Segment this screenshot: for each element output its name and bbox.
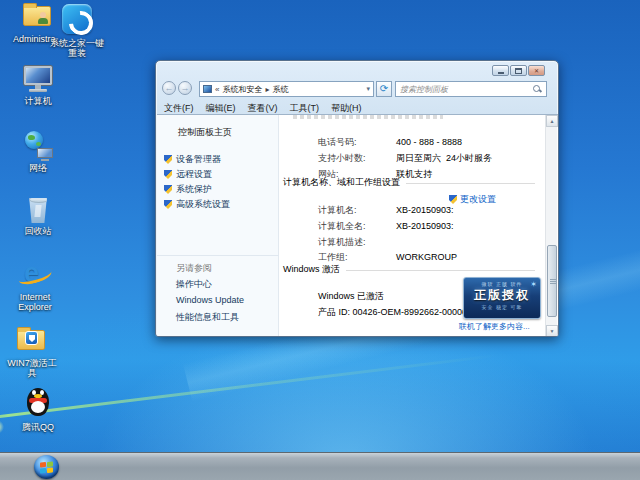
search-icon: [533, 85, 542, 94]
system-info-panel: 电话号码:400 - 888 - 8888 支持小时数:周日至周六 24小时服务…: [279, 115, 545, 336]
search-box[interactable]: [395, 81, 547, 97]
desktop-icon-label: Internet Explorer: [3, 292, 67, 312]
clipped-row-remnant: [293, 115, 443, 119]
system-control-panel-window: ✕ ← → « 系统和安全 ▸ 系统 ▾ ⟳ 文件(F) 编辑(E) 查看(V): [155, 60, 559, 337]
desktop-icon-internet-explorer[interactable]: e Internet Explorer: [3, 260, 67, 312]
desktop-icon-label: WIN7激活工具: [3, 358, 61, 378]
system-page-icon: [203, 85, 212, 93]
close-button[interactable]: ✕: [528, 65, 545, 76]
breadcrumb-separator-icon: ▸: [265, 85, 269, 94]
recycle-bin-icon: [27, 196, 49, 224]
change-settings[interactable]: 更改设置: [449, 193, 496, 206]
desktop-icon-label: 腾讯QQ: [3, 422, 73, 432]
uac-shield-icon: [164, 170, 172, 179]
vertical-scrollbar[interactable]: ▲ ▼: [545, 115, 557, 336]
back-arrow-icon: ←: [165, 83, 174, 93]
tool-folder-icon: [17, 330, 47, 356]
badge-bottom-text: 安全 稳定 可靠: [464, 304, 540, 310]
sidebar-item-advanced-system-settings[interactable]: 高级系统设置: [164, 198, 230, 211]
window-client-area: 控制面板主页 设备管理器 远程设置 系统保护 高级系统设置: [157, 114, 558, 336]
desktop-icon-label: 网络: [3, 163, 73, 173]
section-rule: [406, 183, 535, 184]
minimize-icon: [498, 72, 504, 74]
field-value: WORKGROUP: [396, 252, 457, 262]
sidebar: 控制面板主页 设备管理器 远程设置 系统保护 高级系统设置: [157, 115, 279, 336]
sidebar-item-system-protection[interactable]: 系统保护: [164, 183, 212, 196]
sidebar-item-device-manager[interactable]: 设备管理器: [164, 153, 221, 166]
sidebar-item-remote-settings[interactable]: 远程设置: [164, 168, 212, 181]
desktop: Administra... 系统之家一键重装 计算机 网络 回收站 e Inte…: [0, 0, 640, 480]
minimize-button[interactable]: [492, 65, 509, 76]
learn-more-online-link[interactable]: 联机了解更多内容...: [459, 321, 545, 332]
desktop-icon-label: 计算机: [3, 96, 73, 106]
section-rule: [346, 270, 535, 271]
see-also-section: 另请参阅 操作中心 Windows Update 性能信息和工具: [157, 255, 279, 336]
uac-shield-icon: [164, 200, 172, 209]
taskbar: e 控制面板\系统和... ✓ 下午 9:30 2015/9/3 星期四: [0, 452, 640, 480]
forward-arrow-icon: →: [181, 83, 190, 93]
maximize-icon: [515, 68, 522, 74]
sidebar-task-label: 远程设置: [176, 168, 212, 181]
desktop-icon-label: 系统之家一键重装: [48, 38, 106, 58]
start-button[interactable]: [34, 455, 59, 479]
section-title: 计算机名称、域和工作组设置: [283, 176, 400, 189]
field-value: XB-20150903:: [396, 221, 454, 231]
desktop-icon-computer[interactable]: 计算机: [3, 66, 73, 106]
navigation-bar: ← → « 系统和安全 ▸ 系统 ▾ ⟳: [156, 79, 558, 99]
desktop-icon-syshome-reinstall[interactable]: 系统之家一键重装: [48, 4, 106, 58]
desktop-icon-tencent-qq[interactable]: 腾讯QQ: [3, 388, 73, 432]
network-globe-icon: [23, 131, 53, 161]
search-input[interactable]: [400, 85, 533, 94]
sidebar-item-performance-tools[interactable]: 性能信息和工具: [176, 311, 239, 324]
qq-penguin-icon: [23, 388, 53, 420]
refresh-button[interactable]: ⟳: [376, 81, 392, 97]
desktop-icon-label: 回收站: [3, 226, 73, 236]
refresh-icon: ⟳: [380, 83, 388, 94]
sidebar-task-label: 系统保护: [176, 183, 212, 196]
sidebar-item-control-panel-home[interactable]: 控制面板主页: [178, 126, 232, 139]
change-settings-link[interactable]: 更改设置: [460, 193, 496, 206]
address-dropdown-icon[interactable]: ▾: [366, 85, 370, 93]
scroll-up-arrow-icon[interactable]: ▲: [546, 115, 558, 127]
breadcrumb-item-system-security[interactable]: 系统和安全: [222, 84, 262, 95]
uac-shield-icon: [164, 155, 172, 164]
computer-icon: [23, 66, 53, 94]
product-id-row: 产品 ID: 00426-OEM-8992662-00006: [293, 296, 467, 329]
breadcrumb-overflow-chevrons[interactable]: «: [215, 85, 219, 94]
syshome-swirl-icon: [62, 4, 92, 36]
uac-shield-icon: [164, 185, 172, 194]
product-id-text: 产品 ID: 00426-OEM-8992662-00006: [318, 307, 467, 317]
caption-buttons: ✕: [492, 65, 545, 76]
breadcrumb-item-system[interactable]: 系统: [272, 84, 288, 95]
forward-button[interactable]: →: [178, 81, 192, 95]
section-title: Windows 激活: [283, 263, 340, 276]
windows-logo-icon: [40, 462, 53, 474]
sidebar-task-label: 设备管理器: [176, 153, 221, 166]
uac-shield-icon: [449, 195, 457, 204]
wallpaper-streak-green: [0, 354, 498, 425]
back-button[interactable]: ←: [162, 81, 176, 95]
see-also-header: 另请参阅: [176, 262, 212, 275]
badge-star-icon: ✶: [530, 280, 537, 289]
scroll-down-arrow-icon[interactable]: ▼: [546, 325, 558, 336]
desktop-icon-recycle-bin[interactable]: 回收站: [3, 196, 73, 236]
sidebar-task-label: 高级系统设置: [176, 198, 230, 211]
badge-title-text: 正版授权: [464, 287, 540, 304]
genuine-license-badge[interactable]: 微软 正版 软件 正版授权 安全 稳定 可靠 ✶: [463, 277, 541, 319]
windows-activation-section-header: Windows 激活: [283, 263, 535, 276]
sidebar-item-action-center[interactable]: 操作中心: [176, 278, 212, 291]
desktop-icon-network[interactable]: 网络: [3, 131, 73, 173]
maximize-button[interactable]: [510, 65, 527, 76]
scrollbar-thumb[interactable]: [547, 245, 557, 317]
sidebar-item-windows-update[interactable]: Windows Update: [176, 295, 244, 305]
close-icon: ✕: [534, 68, 539, 74]
address-bar[interactable]: « 系统和安全 ▸ 系统 ▾: [199, 81, 374, 97]
ie-icon: e: [20, 260, 50, 290]
computer-name-section-header: 计算机名称、域和工作组设置: [283, 176, 535, 189]
desktop-icon-win7-activation-tool[interactable]: WIN7激活工具: [3, 330, 61, 378]
